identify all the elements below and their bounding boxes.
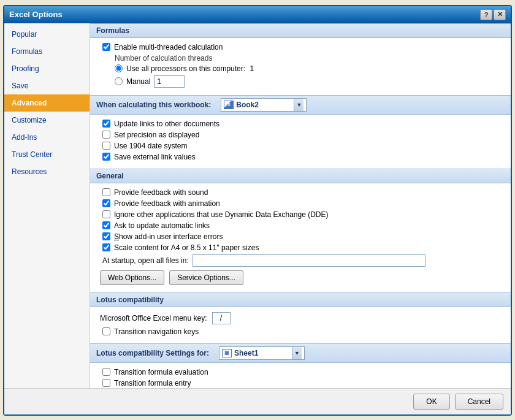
- general-section-header: General: [90, 169, 511, 183]
- sidebar-item-proofing[interactable]: Proofing: [4, 60, 90, 77]
- use-1904-label[interactable]: Use 1904 date system: [114, 142, 187, 150]
- sheet-icon: ▦: [222, 349, 232, 357]
- feedback-animation-checkbox[interactable]: [102, 199, 110, 207]
- manual-threads-row: Manual: [115, 75, 501, 88]
- sidebar-item-popular[interactable]: Popular: [4, 26, 90, 43]
- title-bar: Excel Options ? ✕: [4, 6, 511, 23]
- startup-row: At startup, open all files in:: [100, 254, 501, 267]
- sidebar: Popular Formulas Proofing Save Advanced …: [4, 23, 90, 388]
- enable-multithreaded-label[interactable]: Enable multi-threaded calculation: [114, 43, 223, 52]
- save-external-checkbox[interactable]: [102, 153, 110, 161]
- manual-threads-input[interactable]: [154, 75, 185, 88]
- workbook-dropdown-arrow[interactable]: ▼: [294, 99, 303, 111]
- scale-content-row: Scale content for A4 or 8.5 x 11" paper …: [100, 243, 501, 252]
- lotus-settings-header-row: Lotus compatibility Settings for: ▦ Shee…: [96, 346, 505, 360]
- startup-label: At startup, open all files in:: [102, 256, 189, 265]
- transition-formula-entry-label[interactable]: Transition formula entry: [114, 379, 191, 388]
- use-all-processors-row: Use all processors on this computer: 1: [115, 64, 501, 73]
- update-links-checkbox[interactable]: [102, 120, 110, 128]
- footer: OK Cancel: [4, 388, 511, 414]
- lotus-section-header: Lotus compatibility: [90, 292, 511, 307]
- feedback-animation-row: Provide feedback with animation: [100, 199, 501, 208]
- use-all-processors-label[interactable]: Use all processors on this computer: 1: [126, 64, 254, 73]
- lotus-settings-section-header: Lotus compatibility Settings for: ▦ Shee…: [90, 343, 511, 363]
- general-section-content: Provide feedback with sound Provide feed…: [90, 183, 511, 292]
- when-calculating-header-row: When calculating this workbook: X Book2 …: [96, 98, 505, 112]
- transition-formula-entry-row: Transition formula entry: [100, 379, 501, 388]
- sidebar-item-save[interactable]: Save: [4, 77, 90, 94]
- excel-options-dialog: Excel Options ? ✕ Popular Formulas Proof…: [3, 5, 512, 416]
- update-links-row: Update links to other documents: [100, 120, 501, 128]
- web-options-button[interactable]: Web Options...: [100, 270, 164, 285]
- scale-content-label[interactable]: Scale content for A4 or 8.5 x 11" paper …: [114, 243, 259, 252]
- show-addin-errors-checkbox[interactable]: [102, 232, 110, 240]
- set-precision-checkbox[interactable]: [102, 131, 110, 139]
- set-precision-label[interactable]: Set precision as displayed: [114, 131, 199, 139]
- dialog-body: Popular Formulas Proofing Save Advanced …: [4, 23, 511, 388]
- when-calculating-section-content: Update links to other documents Set prec…: [90, 115, 511, 169]
- transition-nav-label[interactable]: Transition navigation keys: [114, 327, 199, 336]
- transition-nav-row: Transition navigation keys: [100, 327, 501, 336]
- scale-content-checkbox[interactable]: [102, 243, 110, 251]
- sidebar-item-customize[interactable]: Customize: [4, 112, 90, 129]
- feedback-sound-row: Provide feedback with sound: [100, 188, 501, 197]
- content-scroll: Formulas Enable multi-threaded calculati…: [90, 23, 511, 388]
- ask-update-links-row: Ask to update automatic links: [100, 221, 501, 230]
- menu-key-input[interactable]: [212, 312, 231, 324]
- transition-formula-entry-checkbox[interactable]: [102, 379, 110, 387]
- title-bar-buttons: ? ✕: [480, 9, 506, 20]
- ok-button[interactable]: OK: [413, 394, 449, 410]
- enable-multithreaded-checkbox[interactable]: [102, 43, 110, 51]
- ignore-dde-label[interactable]: Ignore other applications that use Dynam…: [114, 210, 329, 219]
- set-precision-row: Set precision as displayed: [100, 131, 501, 139]
- sheet-dropdown-arrow[interactable]: ▼: [292, 347, 302, 359]
- workbook-name: Book2: [236, 101, 291, 109]
- feedback-sound-checkbox[interactable]: [102, 188, 110, 196]
- workbook-dropdown[interactable]: X Book2 ▼: [221, 98, 307, 112]
- sidebar-item-add-ins[interactable]: Add-Ins: [4, 129, 90, 146]
- workbook-icon: X: [224, 101, 234, 109]
- feedback-animation-label[interactable]: Provide feedback with animation: [114, 199, 220, 208]
- content-area: Formulas Enable multi-threaded calculati…: [90, 23, 511, 388]
- help-button[interactable]: ?: [480, 9, 492, 20]
- ask-update-links-checkbox[interactable]: [102, 221, 110, 229]
- transition-formula-eval-checkbox[interactable]: [102, 368, 110, 376]
- close-button[interactable]: ✕: [494, 9, 506, 20]
- enable-multithreaded-row: Enable multi-threaded calculation: [100, 43, 501, 52]
- startup-input[interactable]: [193, 254, 425, 267]
- sidebar-item-advanced[interactable]: Advanced: [4, 94, 90, 112]
- options-buttons-row: Web Options... Service Options...: [100, 270, 501, 285]
- threads-radio-group: Use all processors on this computer: 1 M…: [115, 64, 501, 88]
- service-options-button[interactable]: Service Options...: [169, 270, 243, 285]
- sidebar-item-formulas[interactable]: Formulas: [4, 43, 90, 60]
- show-addin-errors-row: Show add-in user interface errors: [100, 232, 501, 241]
- manual-threads-radio[interactable]: [115, 77, 123, 85]
- ignore-dde-row: Ignore other applications that use Dynam…: [100, 210, 501, 219]
- sidebar-item-resources[interactable]: Resources: [4, 163, 90, 180]
- lotus-settings-section-content: Transition formula evaluation Transition…: [90, 363, 511, 388]
- ask-update-links-label[interactable]: Ask to update automatic links: [114, 221, 210, 230]
- menu-key-label: Microsoft Office Excel menu key:: [100, 314, 207, 323]
- sheet-dropdown[interactable]: ▦ Sheet1 ▼: [219, 346, 305, 360]
- cancel-button[interactable]: Cancel: [455, 394, 503, 410]
- num-threads-label: Number of calculation threads: [115, 54, 501, 63]
- formulas-section-header: Formulas: [90, 23, 511, 38]
- sidebar-item-trust-center[interactable]: Trust Center: [4, 146, 90, 163]
- save-external-label[interactable]: Save external link values: [114, 153, 196, 161]
- save-external-row: Save external link values: [100, 153, 501, 161]
- transition-formula-eval-label[interactable]: Transition formula evaluation: [114, 368, 208, 376]
- update-links-label[interactable]: Update links to other documents: [114, 120, 219, 128]
- transition-formula-eval-row: Transition formula evaluation: [100, 368, 501, 376]
- use-1904-row: Use 1904 date system: [100, 142, 501, 150]
- dialog-title: Excel Options: [9, 10, 63, 19]
- show-addin-errors-label[interactable]: Show add-in user interface errors: [114, 232, 223, 241]
- formulas-section-content: Enable multi-threaded calculation Number…: [90, 38, 511, 95]
- transition-nav-checkbox[interactable]: [102, 327, 110, 335]
- ignore-dde-checkbox[interactable]: [102, 210, 110, 218]
- use-1904-checkbox[interactable]: [102, 142, 110, 150]
- feedback-sound-label[interactable]: Provide feedback with sound: [114, 188, 208, 197]
- when-calculating-section-header: When calculating this workbook: X Book2 …: [90, 95, 511, 115]
- manual-threads-label[interactable]: Manual: [126, 77, 150, 86]
- sheet-name: Sheet1: [234, 349, 289, 357]
- use-all-processors-radio[interactable]: [115, 64, 123, 72]
